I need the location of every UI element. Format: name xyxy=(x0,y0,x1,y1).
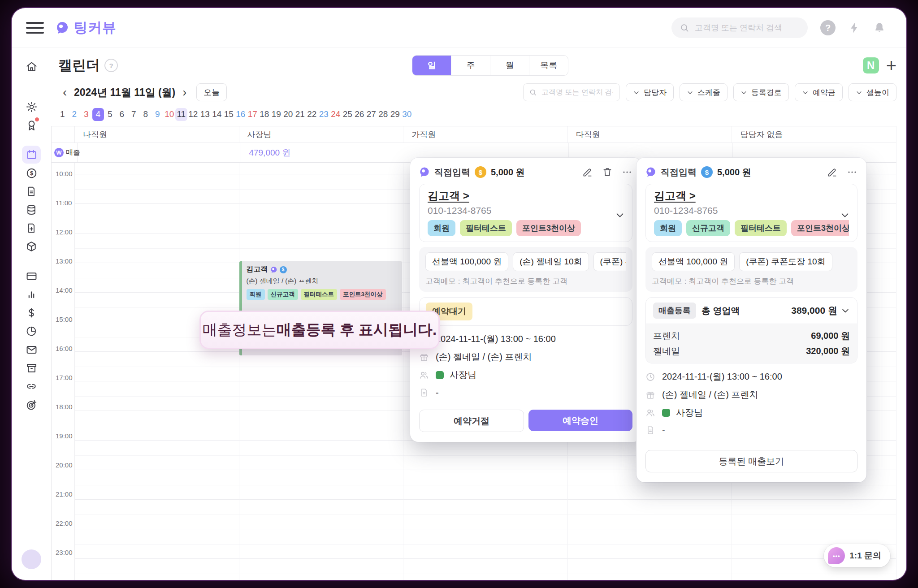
view-tab-월[interactable]: 월 xyxy=(490,56,529,75)
date-strip-day-6[interactable]: 6 xyxy=(116,108,128,121)
package-box-icon[interactable] xyxy=(22,238,41,255)
coin-sales-icon[interactable]: $ xyxy=(22,164,41,182)
date-strip-day-16[interactable]: 16 xyxy=(235,108,247,121)
time-cell[interactable] xyxy=(75,263,239,292)
time-cell[interactable] xyxy=(75,499,239,529)
time-cell[interactable] xyxy=(75,381,239,411)
naver-icon[interactable]: N xyxy=(863,57,879,74)
time-cell[interactable] xyxy=(239,470,403,499)
home-icon[interactable] xyxy=(22,57,41,75)
date-strip-day-23[interactable]: 23 xyxy=(318,108,330,121)
date-strip-day-21[interactable]: 21 xyxy=(294,108,306,121)
time-cell[interactable] xyxy=(403,470,567,499)
date-strip-day-12[interactable]: 12 xyxy=(187,108,199,121)
global-search-input[interactable] xyxy=(694,23,800,33)
time-cell[interactable] xyxy=(239,351,403,381)
prepaid-chip[interactable]: (쿠폰) 쿠폰도장 10회 xyxy=(593,252,626,271)
calendar-search-input[interactable] xyxy=(541,88,614,97)
filter-button-등록경로[interactable]: 등록경로 xyxy=(733,83,789,101)
prepaid-chip[interactable]: 선불액 100,000 원 xyxy=(652,252,735,271)
filter-button-예약금[interactable]: 예약금 xyxy=(795,83,843,101)
notifications-button[interactable] xyxy=(873,22,886,34)
settings-gear-icon[interactable] xyxy=(22,98,41,116)
date-strip-day-7[interactable]: 7 xyxy=(128,108,140,121)
date-strip-day-9[interactable]: 9 xyxy=(152,108,164,121)
chevron-down-icon[interactable] xyxy=(615,210,625,220)
time-cell[interactable] xyxy=(239,558,403,580)
date-strip-day-19[interactable]: 19 xyxy=(270,108,282,121)
stats-bars-icon[interactable] xyxy=(22,285,41,303)
time-cell[interactable] xyxy=(75,411,239,440)
prev-day-button[interactable]: ‹ xyxy=(59,86,70,99)
avatar[interactable] xyxy=(22,549,41,569)
time-cell[interactable] xyxy=(75,203,239,233)
time-cell[interactable] xyxy=(75,529,239,558)
approve-button[interactable]: 예약승인 xyxy=(528,410,632,431)
chevron-down-icon[interactable] xyxy=(841,306,850,315)
time-cell[interactable] xyxy=(403,499,567,529)
next-day-button[interactable]: › xyxy=(179,86,190,99)
archive-icon[interactable] xyxy=(22,359,41,377)
date-strip-day-24[interactable]: 24 xyxy=(330,108,342,121)
date-strip-day-2[interactable]: 2 xyxy=(69,108,81,121)
time-cell[interactable] xyxy=(239,203,403,233)
database-icon[interactable] xyxy=(22,201,41,219)
add-button[interactable]: + xyxy=(886,57,896,74)
date-strip-day-26[interactable]: 26 xyxy=(354,108,366,121)
time-cell[interactable] xyxy=(732,499,896,529)
chat-inquiry-button[interactable]: ••• 1:1 문의 xyxy=(824,544,890,567)
time-cell[interactable] xyxy=(75,233,239,263)
calendar-icon[interactable] xyxy=(22,146,41,164)
pie-chart-icon[interactable] xyxy=(22,322,41,340)
time-cell[interactable] xyxy=(239,174,403,203)
prepaid-chip[interactable]: (쿠폰) 쿠폰도장 10회 xyxy=(739,252,832,271)
date-strip-day-25[interactable]: 25 xyxy=(342,108,354,121)
file-add-icon[interactable] xyxy=(22,219,41,237)
prepaid-chip[interactable]: (손) 젤네일 10회 xyxy=(513,252,589,271)
mail-icon[interactable] xyxy=(22,341,41,359)
time-cell[interactable] xyxy=(75,558,239,580)
more-options-icon[interactable] xyxy=(847,167,857,177)
document-icon[interactable] xyxy=(22,182,41,200)
filter-button-스케줄[interactable]: 스케줄 xyxy=(680,83,727,101)
date-strip-day-4[interactable]: 4 xyxy=(92,108,104,121)
customer-name-link[interactable]: 김고객 > xyxy=(428,189,469,203)
view-tab-주[interactable]: 주 xyxy=(451,56,490,75)
dollar-icon[interactable] xyxy=(22,304,41,322)
link-icon[interactable] xyxy=(22,377,41,395)
date-strip-day-13[interactable]: 13 xyxy=(199,108,211,121)
time-cell[interactable] xyxy=(75,174,239,203)
filter-button-담당자[interactable]: 담당자 xyxy=(626,83,674,101)
date-strip-day-11[interactable]: 11 xyxy=(175,108,187,121)
prepaid-chip[interactable]: 선불액 100,000 원 xyxy=(425,252,508,271)
date-strip-day-14[interactable]: 14 xyxy=(211,108,223,121)
chevron-down-icon[interactable] xyxy=(840,210,850,220)
delete-trash-icon[interactable] xyxy=(602,167,613,177)
time-cell[interactable] xyxy=(403,440,567,470)
date-strip-day-27[interactable]: 27 xyxy=(365,108,377,121)
sales-summary-header[interactable]: 매출등록 총 영업액 389,000 원 xyxy=(646,298,857,324)
help-button[interactable]: ? xyxy=(820,20,836,35)
date-strip-day-22[interactable]: 22 xyxy=(306,108,318,121)
time-cell[interactable] xyxy=(568,558,732,580)
time-cell[interactable] xyxy=(239,440,403,470)
reject-button[interactable]: 예약거절 xyxy=(419,410,524,432)
time-cell[interactable] xyxy=(239,499,403,529)
time-cell[interactable] xyxy=(568,499,732,529)
date-strip-day-20[interactable]: 20 xyxy=(282,108,294,121)
time-cell[interactable] xyxy=(239,233,403,263)
edit-pencil-icon[interactable] xyxy=(827,167,838,177)
date-strip-day-3[interactable]: 3 xyxy=(80,108,92,121)
time-cell[interactable] xyxy=(75,470,239,499)
time-cell[interactable] xyxy=(75,351,239,381)
date-strip-day-18[interactable]: 18 xyxy=(259,108,271,121)
date-strip-day-30[interactable]: 30 xyxy=(401,108,413,121)
app-logo[interactable]: 팅커뷰 xyxy=(56,18,117,37)
date-strip-day-28[interactable]: 28 xyxy=(377,108,390,121)
view-registered-sales-button[interactable]: 등록된 매출보기 xyxy=(645,450,857,472)
quick-action-button[interactable] xyxy=(848,22,861,34)
credit-card-icon[interactable] xyxy=(22,267,41,285)
date-strip-day-17[interactable]: 17 xyxy=(247,108,259,121)
date-strip-day-5[interactable]: 5 xyxy=(104,108,116,121)
global-search[interactable] xyxy=(671,17,808,38)
